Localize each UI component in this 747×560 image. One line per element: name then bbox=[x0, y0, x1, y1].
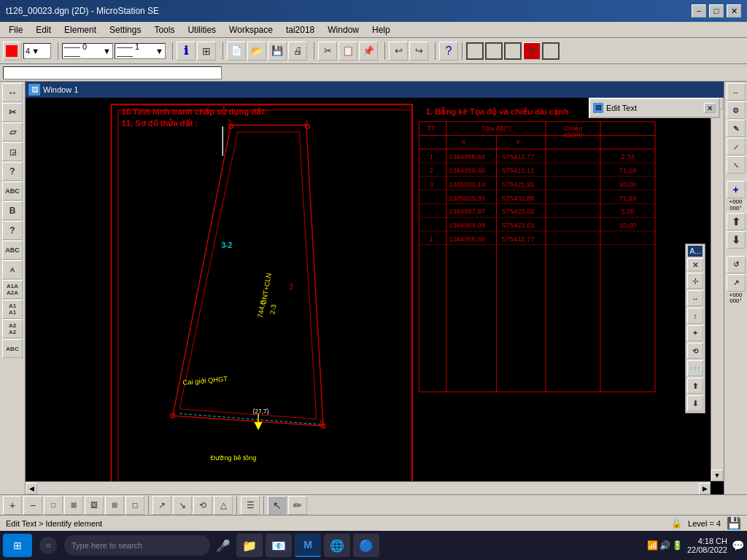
close-button[interactable]: ✕ bbox=[727, 4, 741, 18]
ap-tool8[interactable]: ⬇ bbox=[687, 395, 703, 411]
linestyle1-combo[interactable]: —— 0 ——▼ bbox=[62, 43, 113, 59]
taskbar-chrome[interactable]: 🌐 bbox=[324, 534, 350, 557]
bt-minus[interactable]: − bbox=[23, 496, 42, 515]
lt-a-btn[interactable]: A bbox=[2, 260, 23, 279]
bt-pencil[interactable]: ✏ bbox=[288, 496, 307, 515]
taskbar-search[interactable]: Type here to search bbox=[64, 535, 210, 556]
layer-combo[interactable]: 4 ▼ bbox=[23, 43, 51, 59]
redo-btn[interactable]: ↪ bbox=[409, 42, 428, 61]
snap1-btn[interactable] bbox=[466, 42, 484, 60]
help-btn[interactable]: ? bbox=[439, 42, 458, 61]
scroll-right-btn[interactable]: ▶ bbox=[699, 483, 711, 494]
lt-abc-btn[interactable]: ABC bbox=[2, 182, 23, 201]
lt-arrow-btn[interactable]: ↔ bbox=[2, 83, 23, 102]
maximize-button[interactable]: □ bbox=[709, 4, 724, 18]
notifications-icon[interactable]: 💬 bbox=[732, 540, 744, 551]
rt-draw1[interactable]: ✎ bbox=[727, 120, 746, 137]
rt-draw2[interactable]: ⟋ bbox=[727, 138, 746, 155]
ap-tool4[interactable]: ⌖ bbox=[687, 325, 703, 341]
snap2-btn[interactable] bbox=[485, 42, 503, 60]
lt-a2-btn[interactable]: A2A2 bbox=[2, 319, 23, 338]
lt-para-btn[interactable]: ▱ bbox=[2, 122, 23, 141]
save-icon[interactable]: 💾 bbox=[727, 516, 741, 530]
menu-settings[interactable]: Settings bbox=[104, 23, 147, 36]
scroll-left-btn[interactable]: ◀ bbox=[26, 483, 37, 494]
save-btn[interactable]: 💾 bbox=[268, 42, 287, 61]
ap-close-btn[interactable]: ✕ bbox=[687, 258, 703, 271]
lt-a1-btn[interactable]: A1A1 bbox=[2, 300, 23, 319]
vertical-scrollbar[interactable]: ▲ ▼ bbox=[711, 98, 724, 481]
undo-btn[interactable]: ↩ bbox=[389, 42, 408, 61]
taskbar-app6[interactable]: 🔵 bbox=[353, 534, 379, 557]
ap-tool1[interactable]: ⊹ bbox=[687, 273, 703, 289]
bt-pointer[interactable]: ↖ bbox=[268, 496, 287, 515]
menu-file[interactable]: File bbox=[3, 23, 28, 36]
bt-plus[interactable]: + bbox=[3, 496, 22, 515]
cortana-btn[interactable]: ○ bbox=[35, 534, 61, 557]
taskbar-file-explorer[interactable]: 📁 bbox=[236, 534, 263, 557]
new-btn[interactable]: 📄 bbox=[227, 42, 246, 61]
bt-grid1[interactable]: ⊞ bbox=[105, 496, 124, 515]
menu-window[interactable]: Window bbox=[322, 23, 365, 36]
lt-rect-btn[interactable]: ◲ bbox=[2, 142, 23, 161]
drawing-area[interactable]: ONT+CLN 2-3 744,0 3-2 3 4 3 5 Cai giới Q… bbox=[26, 98, 724, 494]
snap5-btn[interactable] bbox=[542, 42, 560, 60]
taskbar-microstation[interactable]: M bbox=[295, 534, 321, 557]
ap-tool3[interactable]: ↕ bbox=[687, 308, 703, 324]
lt-cut-btn[interactable]: ✂ bbox=[2, 103, 23, 122]
linestyle2-combo[interactable]: —— 1 ——▼ bbox=[115, 43, 166, 59]
lt-abc2-btn[interactable]: ABC bbox=[2, 241, 23, 260]
bt-grid2[interactable]: ◻ bbox=[125, 496, 144, 515]
menu-utilities[interactable]: Utilities bbox=[182, 23, 222, 36]
dialog-close-btn[interactable]: ✕ bbox=[704, 103, 716, 113]
bt-rotate2[interactable]: ⟲ bbox=[193, 496, 212, 515]
ap-tool6[interactable]: ↑↑↑ bbox=[687, 360, 703, 376]
menu-element[interactable]: Element bbox=[58, 23, 102, 36]
rt-zoom-fit[interactable]: ↔ bbox=[727, 83, 746, 101]
bt-tri[interactable]: △ bbox=[214, 496, 233, 515]
bt-arrow2[interactable]: ↘ bbox=[173, 496, 192, 515]
rt-offset[interactable]: ↗ bbox=[727, 274, 746, 292]
rt-zoom-in[interactable]: + bbox=[727, 181, 746, 198]
menu-workspace[interactable]: Workspace bbox=[223, 23, 279, 36]
start-button[interactable]: ⊞ bbox=[3, 534, 32, 557]
rt-move-down[interactable]: ⬇ bbox=[727, 231, 746, 249]
lt-abc3-btn[interactable]: ABC bbox=[2, 339, 23, 358]
lt-a1a-btn[interactable]: A1AA2A bbox=[2, 280, 23, 299]
bt-list[interactable]: ☰ bbox=[241, 496, 260, 515]
lt-b-btn[interactable]: B bbox=[2, 201, 23, 220]
cut-btn[interactable]: ✂ bbox=[318, 42, 337, 61]
lt-help-btn[interactable]: ? bbox=[2, 162, 23, 181]
scroll-down-btn[interactable]: ▼ bbox=[711, 470, 723, 481]
bt-img1[interactable]: 🖼 bbox=[85, 496, 104, 515]
color-red-btn[interactable] bbox=[3, 42, 22, 61]
bt-arrow1[interactable]: ↗ bbox=[152, 496, 171, 515]
mic-btn[interactable]: 🎤 bbox=[213, 535, 233, 556]
bt-rect1[interactable]: □ bbox=[44, 496, 63, 515]
grid-btn[interactable]: ⊞ bbox=[197, 42, 216, 61]
rt-move-up[interactable]: ⬆ bbox=[727, 213, 746, 230]
menu-tools[interactable]: Tools bbox=[148, 23, 180, 36]
paste-btn[interactable]: 📌 bbox=[359, 42, 378, 61]
layer-dropdown-icon[interactable]: ▼ bbox=[31, 47, 39, 55]
info-btn[interactable]: ℹ bbox=[177, 42, 196, 61]
menu-edit[interactable]: Edit bbox=[30, 23, 57, 36]
ap-tool2[interactable]: ↔ bbox=[687, 290, 703, 306]
print-btn[interactable]: 🖨 bbox=[288, 42, 307, 61]
snap3-btn[interactable] bbox=[504, 42, 522, 60]
rt-rotate[interactable]: ↺ bbox=[727, 256, 746, 273]
minimize-button[interactable]: − bbox=[692, 4, 706, 18]
menu-tai2018[interactable]: tai2018 bbox=[280, 23, 320, 36]
rt-draw3[interactable]: ⟍ bbox=[727, 156, 746, 174]
rt-settings[interactable]: ⚙ bbox=[727, 101, 746, 119]
bt-rect2[interactable]: ⊠ bbox=[64, 496, 83, 515]
horizontal-scrollbar[interactable]: ◀ ▶ bbox=[26, 481, 711, 494]
menu-help[interactable]: Help bbox=[366, 23, 396, 36]
taskbar-mail[interactable]: 📧 bbox=[266, 534, 292, 557]
open-btn[interactable]: 📂 bbox=[247, 42, 266, 61]
snap4-btn[interactable]: ✕ bbox=[523, 42, 541, 60]
copy-btn[interactable]: 📋 bbox=[338, 42, 357, 61]
command-input[interactable] bbox=[3, 66, 222, 79]
ap-tool7[interactable]: ⬆ bbox=[687, 378, 703, 394]
ap-tool5[interactable]: ⟲ bbox=[687, 343, 703, 359]
